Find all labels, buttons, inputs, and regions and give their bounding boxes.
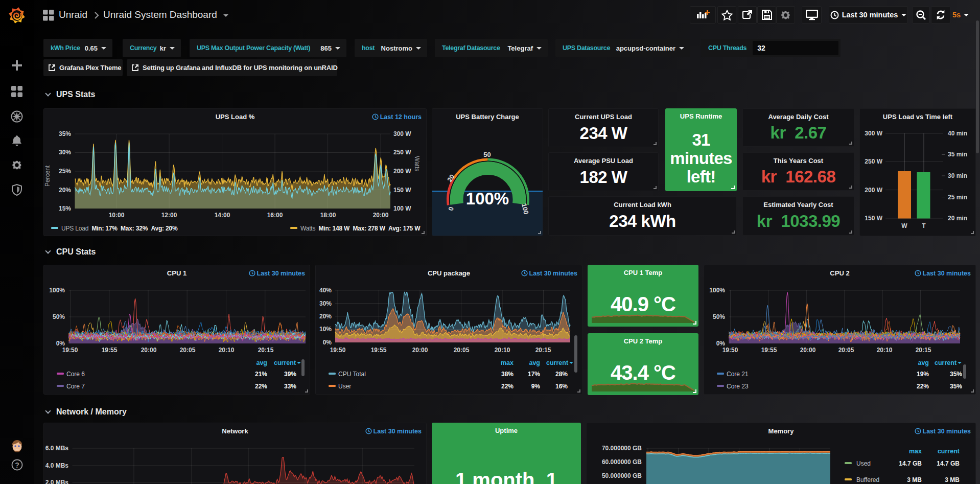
svg-text:?: ? (15, 461, 19, 469)
svg-text:50: 50 (483, 151, 491, 158)
